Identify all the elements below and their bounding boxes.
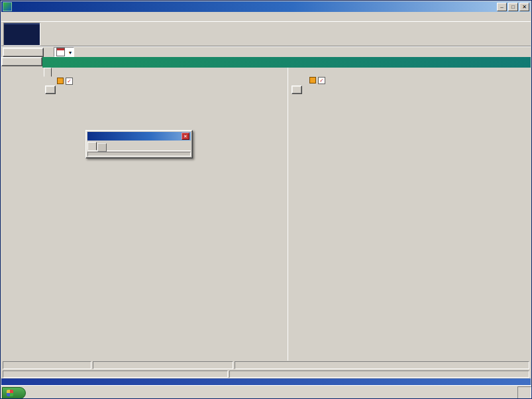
dialog-close-button[interactable] xyxy=(182,133,189,140)
duration-status xyxy=(235,361,529,369)
titration-header xyxy=(292,76,327,85)
cross-derivative-checkbox[interactable] xyxy=(57,78,75,85)
start-button[interactable] xyxy=(2,387,26,399)
status-row-operation xyxy=(1,370,531,378)
start-status xyxy=(3,361,91,369)
cross-titration-checkbox[interactable] xyxy=(309,77,327,84)
method-menu-button[interactable] xyxy=(1,57,42,66)
method-strip xyxy=(42,57,531,68)
app-icon xyxy=(3,2,12,11)
date-field[interactable] xyxy=(54,47,74,57)
menu-bar xyxy=(1,12,531,21)
titration-panel xyxy=(288,68,532,361)
date-dropdown-icon[interactable] xyxy=(69,49,72,56)
minimize-button[interactable] xyxy=(497,3,507,11)
system-tray xyxy=(517,386,531,399)
current-time-status xyxy=(93,361,233,369)
addition-button[interactable] xyxy=(3,48,44,57)
derivative-panel xyxy=(42,68,288,361)
section-name xyxy=(229,370,529,378)
cursor-marker-icon xyxy=(309,77,316,84)
cursor-marker-icon xyxy=(57,78,64,84)
close-button[interactable] xyxy=(519,3,529,11)
windows-flag-icon xyxy=(7,390,13,396)
maximize-button[interactable] xyxy=(508,3,518,11)
titration-chart[interactable] xyxy=(291,93,531,361)
tab-table[interactable] xyxy=(97,143,107,152)
dialog-tabs xyxy=(87,142,191,151)
sidebar xyxy=(1,68,42,361)
application-window xyxy=(0,0,532,399)
method-bar xyxy=(1,57,531,68)
method-number-box xyxy=(3,23,40,46)
status-row-timers xyxy=(1,361,531,370)
tab-current-tdc[interactable] xyxy=(44,68,52,77)
checkbox-icon xyxy=(66,78,73,85)
operation-note xyxy=(1,378,531,385)
taskbar xyxy=(1,385,532,399)
tab-indicator[interactable] xyxy=(87,142,97,150)
port-bar xyxy=(1,46,531,58)
toolbar xyxy=(1,21,531,46)
dialog-title-bar[interactable] xyxy=(87,132,191,141)
calendar-icon xyxy=(56,48,65,56)
method-box-label xyxy=(4,23,40,25)
title-bar xyxy=(1,1,531,12)
derivative-header xyxy=(45,76,75,86)
checkbox-icon xyxy=(318,77,325,84)
dialog-body xyxy=(87,152,191,156)
operation-name xyxy=(3,370,228,378)
processing-dialog xyxy=(85,130,193,158)
